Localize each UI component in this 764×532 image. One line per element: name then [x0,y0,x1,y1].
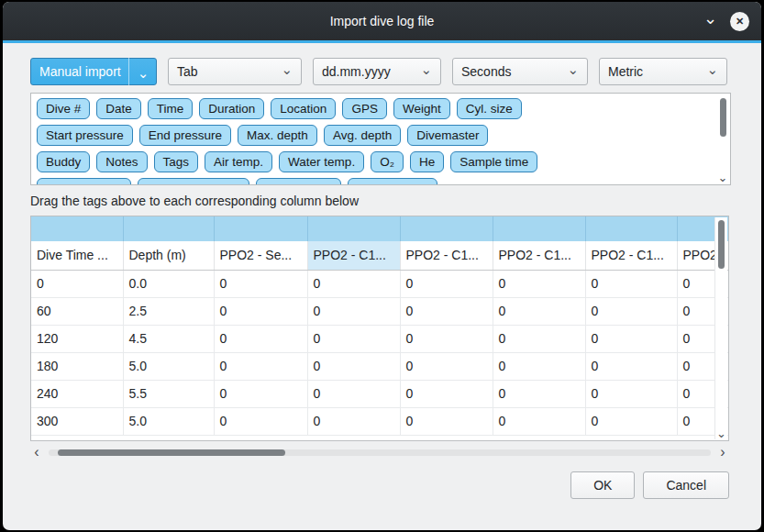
drag-tag[interactable]: Sample pO₂ [256,178,341,185]
column-drop-target[interactable] [214,216,307,241]
table-cell: 0 [493,325,585,352]
field-separator-value: Tab [177,64,198,79]
tags-scrollbar[interactable]: ⌄ [716,95,729,183]
cancel-button[interactable]: Cancel [643,471,729,499]
duration-format-select[interactable]: Seconds ⌄ [452,58,588,85]
import-mode-select[interactable]: Manual import ⌄ [30,58,157,85]
drag-tag[interactable]: Date [96,98,141,119]
units-select[interactable]: Metric ⌄ [599,58,727,85]
ok-button[interactable]: OK [570,471,635,499]
tag-row: Dive # Date Time Duration Location GPS W… [37,98,710,119]
chevron-down-icon[interactable]: ⌄ [703,10,717,27]
drag-tag[interactable]: Cyl. size [457,98,522,119]
chevron-down-icon: ⌄ [128,58,149,85]
table-cell: 0 [585,297,677,325]
drag-tag[interactable]: GPS [342,98,387,119]
column-header[interactable]: Dive Time ... [31,241,123,270]
tag-row: Sample depth Sample pressure Sample pO₂ … [37,178,710,185]
scrollbar-track[interactable] [49,449,711,456]
drag-tag[interactable]: Sample depth [37,178,131,185]
table-cell: 120 [31,325,123,352]
table-cell: 0 [214,407,307,435]
table-cell: 5.5 [123,380,214,407]
column-header[interactable]: PPO2 - C1... [585,241,677,270]
scrollbar-thumb[interactable] [718,220,725,269]
table-vertical-scrollbar[interactable]: ⌄ [714,217,727,439]
drag-tag[interactable]: Sample CNS [348,178,437,185]
field-separator-select[interactable]: Tab ⌄ [168,58,302,85]
table-cell: 0 [214,325,307,352]
column-drop-target[interactable] [31,216,123,241]
close-button[interactable]: ✕ [730,12,749,31]
drag-tag[interactable]: Sample time [450,151,537,172]
drag-tag[interactable]: Duration [199,98,264,119]
table-cell: 0 [307,270,400,297]
drag-tag[interactable]: Notes [96,151,147,172]
table-cell: 0 [307,325,400,352]
dialog-buttons: OK Cancel [30,471,729,499]
column-drop-target[interactable] [307,216,400,241]
chevron-down-icon: ⌄ [420,62,432,76]
column-drop-target[interactable] [585,216,677,241]
column-header[interactable]: PPO2 - C1... [307,241,400,270]
drag-tag[interactable]: Weight [393,98,450,119]
table-row: 240 5.5 0 0 0 0 0 0 [31,380,728,407]
drag-tag[interactable]: Air temp. [205,151,272,172]
drag-tag[interactable]: Water temp. [279,151,364,172]
table-cell: 0 [493,270,585,297]
horizontal-scrollbar[interactable]: ‹ › [30,445,729,460]
window-title: Import dive log file [3,2,761,40]
titlebar-icons: ⌄ ✕ [703,2,749,40]
table-cell: 0 [400,325,493,352]
drag-tag[interactable]: Tags [154,151,199,172]
drag-tag[interactable]: Buddy [37,151,90,172]
table-cell: 0 [31,270,123,297]
column-drop-target[interactable] [400,216,493,241]
scrollbar-thumb[interactable] [720,98,726,137]
options-row: Manual import ⌄ Tab ⌄ dd.mm.yyyy ⌄ Secon… [30,58,731,85]
table-cell: 0 [214,380,307,407]
instruction-text: Drag the tags above to each correspondin… [30,194,731,208]
titlebar[interactable]: Import dive log file ⌄ ✕ [3,2,761,40]
table-cell: 300 [31,407,123,435]
date-format-select[interactable]: dd.mm.yyyy ⌄ [313,58,441,85]
scroll-down-icon[interactable]: ⌄ [716,172,729,183]
column-drop-target[interactable] [493,216,585,241]
drag-tag[interactable]: Start pressure [37,125,133,146]
scrollbar-thumb[interactable] [58,449,285,456]
drag-tag[interactable]: He [410,151,444,172]
tag-row: Buddy Notes Tags Air temp. Water temp. O… [37,151,710,172]
table-row: 300 5.0 0 0 0 0 0 0 [31,407,728,435]
drag-tag[interactable]: O₂ [371,151,404,172]
drag-tag[interactable]: Location [271,98,336,119]
import-dialog: Import dive log file ⌄ ✕ Manual import ⌄… [3,2,761,530]
chevron-left-icon[interactable]: ‹ [30,445,43,460]
table-cell: 0 [585,380,677,407]
drag-tag[interactable]: Sample pressure [138,178,249,185]
drag-tag[interactable]: Divemaster [407,125,488,146]
drag-tag[interactable]: Max. depth [238,125,317,146]
units-value: Metric [608,64,643,79]
column-header[interactable]: PPO2 - C1... [400,241,493,270]
date-format-value: dd.mm.yyyy [322,64,391,79]
table-row: 60 2.5 0 0 0 0 0 0 [31,297,728,325]
column-header[interactable]: Depth (m) [123,241,214,270]
table-cell: 0 [585,407,677,435]
drag-tag[interactable]: End pressure [139,125,231,146]
column-header[interactable]: PPO2 - C1... [493,241,585,270]
table-cell: 5.0 [123,407,214,435]
table-cell: 0 [214,352,307,380]
drop-target-row [31,216,728,241]
table-cell: 0 [214,270,307,297]
table-cell: 0 [307,380,400,407]
column-drop-target[interactable] [123,216,214,241]
chevron-right-icon[interactable]: › [716,445,729,460]
table-cell: 0 [493,297,585,325]
table-cell: 0 [307,297,400,325]
drag-tag[interactable]: Time [148,98,194,119]
column-header[interactable]: PPO2 - Se... [214,241,307,270]
drag-tag[interactable]: Avg. depth [324,125,401,146]
drag-tag[interactable]: Dive # [37,98,90,119]
scroll-down-icon[interactable]: ⌄ [715,427,727,439]
table-cell: 0 [307,352,400,380]
